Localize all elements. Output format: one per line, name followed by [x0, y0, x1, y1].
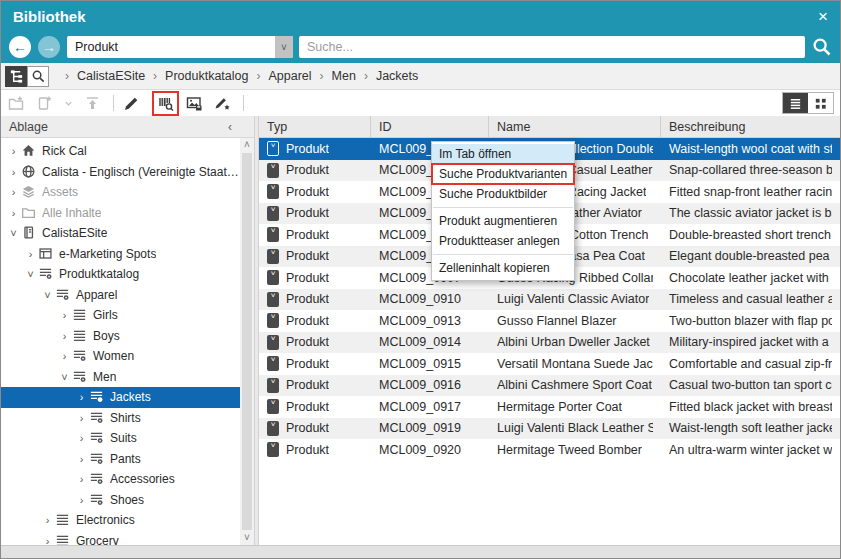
breadcrumb-item-jackets[interactable]: Jackets [376, 69, 418, 83]
expand-arrow-icon[interactable]: › [41, 514, 54, 526]
menu-item-produktteaser-anlegen[interactable]: Produktteaser anlegen [432, 231, 574, 251]
expand-arrow-icon[interactable]: › [75, 412, 88, 424]
row-description-cell[interactable]: Snap-collared three-season bo… [661, 160, 840, 182]
barcode-search-icon[interactable] [152, 91, 179, 116]
expand-arrow-icon[interactable]: › [75, 453, 88, 465]
breadcrumb-item-men[interactable]: Men [332, 69, 356, 83]
row-type-cell[interactable]: Produkt [259, 181, 371, 203]
expand-arrow-icon[interactable]: › [75, 391, 88, 403]
row-id-cell[interactable]: MCL009_0914 [371, 332, 489, 354]
row-type-cell[interactable]: Produkt [259, 332, 371, 354]
expand-arrow-icon[interactable]: › [7, 207, 20, 219]
row-description-cell[interactable]: Fitted black jacket with breast … [661, 396, 840, 418]
chevron-down-icon[interactable]: ˅ [275, 36, 293, 58]
row-description-cell[interactable]: The classic aviator jacket is ba… [661, 203, 840, 225]
tree-item-apparel[interactable]: ˅Apparel [1, 285, 240, 306]
row-type-cell[interactable]: Produkt [259, 224, 371, 246]
tree-item-electronics[interactable]: ›Electronics [1, 510, 240, 531]
search-icon[interactable] [812, 37, 832, 57]
tree-scrollbar[interactable]: ˄ ˅ [240, 138, 254, 547]
row-type-cell[interactable]: Produkt [259, 310, 371, 332]
expand-arrow-icon[interactable]: › [75, 473, 88, 485]
tree-item-assets[interactable]: ›Assets [1, 182, 240, 203]
row-type-cell[interactable]: Produkt [259, 267, 371, 289]
row-description-cell[interactable]: Casual two-button tan sport coat [661, 375, 840, 397]
back-button[interactable]: ← [9, 36, 31, 58]
expand-arrow-icon[interactable]: › [7, 145, 20, 157]
tree-item-calista-englisch-vereinigte-staaten-[interactable]: ›Calista - Englisch (Vereinigte Staaten) [1, 162, 240, 183]
table-row[interactable]: ProduktMCL009_0920Hermitage Tweed Bomber… [259, 439, 840, 461]
tree-item-girls[interactable]: ›Girls [1, 305, 240, 326]
tree-view-toggle-icon[interactable] [5, 66, 27, 87]
forward-button[interactable]: → [38, 36, 60, 58]
table-row[interactable]: ProduktMCL009_0919Luigi Valenti Black Le… [259, 418, 840, 440]
row-id-cell[interactable]: MCL009_0919 [371, 418, 489, 440]
tree-item-women[interactable]: ›Women [1, 346, 240, 367]
row-name-cell[interactable]: Hermitage Tweed Bomber [489, 439, 661, 461]
tree-item-men[interactable]: ˅Men [1, 367, 240, 388]
row-type-cell[interactable]: Produkt [259, 353, 371, 375]
edit-pencil-icon[interactable] [122, 94, 141, 113]
tree-item-shirts[interactable]: ›Shirts [1, 408, 240, 429]
row-type-cell[interactable]: Produkt [259, 396, 371, 418]
tree-item-produktkatalog[interactable]: ˅Produktkatalog [1, 264, 240, 285]
tree-item-alle-inhalte[interactable]: ›Alle Inhalte [1, 203, 240, 224]
expand-arrow-icon[interactable]: › [58, 350, 71, 362]
tree-item-calistaesite[interactable]: ˅CalistaESite [1, 223, 240, 244]
breadcrumb-item-calistaesite[interactable]: CalistaESite [77, 69, 145, 83]
search-view-toggle-icon[interactable] [27, 66, 49, 87]
row-description-cell[interactable]: Comfortable and casual zip-fro… [661, 353, 840, 375]
row-name-cell[interactable]: Gusso Flannel Blazer [489, 310, 661, 332]
collapse-arrow-icon[interactable]: ˅ [7, 227, 20, 239]
table-row[interactable]: ProduktMCL009_0915Versatil Montana Suede… [259, 353, 840, 375]
table-row[interactable]: ProduktMCL009_0914Albini Urban Dweller J… [259, 332, 840, 354]
row-name-cell[interactable]: Luigi Valenti Classic Aviator [489, 289, 661, 311]
row-type-cell[interactable]: Produkt [259, 203, 371, 225]
row-id-cell[interactable]: MCL009_0917 [371, 396, 489, 418]
row-id-cell[interactable]: MCL009_0920 [371, 439, 489, 461]
tree-item-pants[interactable]: ›Pants [1, 449, 240, 470]
close-icon[interactable]: × [818, 8, 828, 25]
collapse-arrow-icon[interactable]: ˅ [41, 289, 54, 301]
collapse-sidebar-icon[interactable]: ‹ [228, 120, 232, 134]
menu-item-suche-produktvarianten[interactable]: Suche Produktvarianten [432, 164, 574, 184]
scrollbar-thumb[interactable] [242, 153, 252, 530]
collapse-arrow-icon[interactable]: ˅ [58, 371, 71, 383]
collapse-arrow-icon[interactable]: ˅ [24, 268, 37, 280]
row-description-cell[interactable]: Two-button blazer with flap poc… [661, 310, 840, 332]
menu-item-suche-produktbilder[interactable]: Suche Produktbilder [432, 184, 574, 204]
expand-arrow-icon[interactable]: › [75, 494, 88, 506]
row-name-cell[interactable]: Albini Urban Dweller Jacket [489, 332, 661, 354]
menu-item-im-tab-öffnen[interactable]: Im Tab öffnen [432, 144, 574, 164]
column-header-name[interactable]: Name [489, 116, 661, 137]
pen-star-icon[interactable] [213, 94, 232, 113]
row-type-cell[interactable]: Produkt [259, 418, 371, 440]
row-type-cell[interactable]: Produkt [259, 375, 371, 397]
row-name-cell[interactable]: Versatil Montana Suede Jacket [489, 353, 661, 375]
row-description-cell[interactable]: Elegant double-breasted pea c… [661, 246, 840, 268]
row-description-cell[interactable]: Double-breasted short trench w… [661, 224, 840, 246]
column-header-typ[interactable]: Typ [259, 116, 371, 137]
row-id-cell[interactable]: MCL009_0913 [371, 310, 489, 332]
row-name-cell[interactable]: Albini Cashmere Sport Coat [489, 375, 661, 397]
tree-item-rick-cal[interactable]: ›Rick Cal [1, 141, 240, 162]
list-view-icon[interactable] [783, 93, 808, 113]
row-id-cell[interactable]: MCL009_0916 [371, 375, 489, 397]
row-description-cell[interactable]: Timeless and casual leather avi… [661, 289, 840, 311]
breadcrumb-item-apparel[interactable]: Apparel [268, 69, 311, 83]
expand-arrow-icon[interactable]: › [58, 330, 71, 342]
row-id-cell[interactable]: MCL009_0915 [371, 353, 489, 375]
row-description-cell[interactable]: Military-inspired jacket with a … [661, 332, 840, 354]
row-name-cell[interactable]: Luigi Valenti Black Leather Shor… [489, 418, 661, 440]
menu-item-zelleninhalt-kopieren[interactable]: Zelleninhalt kopieren [432, 258, 574, 278]
row-description-cell[interactable]: Waist-length soft leather jacket… [661, 418, 840, 440]
row-type-cell[interactable]: Produkt [259, 246, 371, 268]
column-header-beschreibung[interactable]: Beschreibung [661, 116, 840, 137]
menu-item-produkt-augmentieren[interactable]: Produkt augmentieren [432, 211, 574, 231]
row-description-cell[interactable]: Waist-length wool coat with sty… [661, 138, 840, 160]
search-input[interactable] [299, 36, 805, 58]
expand-arrow-icon[interactable]: › [7, 166, 20, 178]
scroll-up-icon[interactable]: ˄ [240, 138, 254, 152]
tree-item-jackets[interactable]: ›Jackets [1, 387, 240, 408]
column-header-id[interactable]: ID [371, 116, 489, 137]
